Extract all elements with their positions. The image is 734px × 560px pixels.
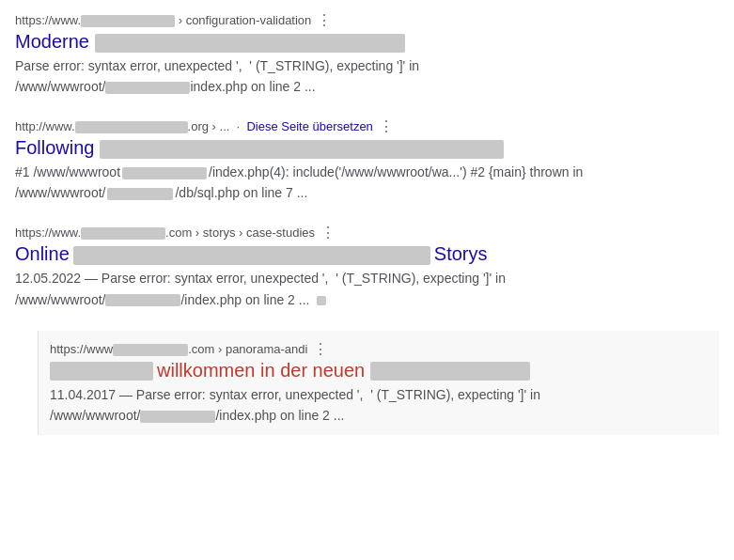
result-4-url: https://www.com › panorama-andi [50,342,307,356]
result-3-title-row: OnlineStorys [15,243,719,265]
result-2-title-text: Following [15,137,94,158]
result-2-snippet: #1 /www/wwwroot/index.php(4): include('/… [15,162,719,203]
more-options-icon-2[interactable]: ⋮ [379,117,395,135]
result-3-snippet: 12.05.2022 — Parse error: syntax error, … [15,268,719,309]
search-result-2: http://www..org › ... · Diese Seite über… [15,117,719,203]
result-1-snippet: Parse error: syntax error, unexpected ',… [15,55,719,97]
indented-block: https://www.com › panorama-andi ⋮ willko… [38,331,719,435]
result-3-url: https://www..com › storys › case-studies [15,226,315,240]
result-4-title-row: willkommen in der neuen [50,360,708,381]
result-2-title-row: Following [15,137,719,159]
result-1-url-row: https://www. › configuration-validation … [15,11,719,29]
search-result-1: https://www. › configuration-validation … [15,11,719,97]
result-2-url: http://www..org › ... · Diese Seite über… [15,119,373,133]
result-3-url-row: https://www..com › storys › case-studies… [15,224,719,241]
more-options-icon-1[interactable]: ⋮ [317,11,333,29]
result-4-title-colored: willkommen in der neuen [157,360,365,381]
result-2-title-link[interactable]: Following [15,137,504,159]
result-3-title-link[interactable]: OnlineStorys [15,243,488,265]
result-4-title-link[interactable]: willkommen in der neuen [50,360,530,381]
translate-link-2[interactable]: Diese Seite übersetzen [246,119,372,133]
result-1-url: https://www. › configuration-validation [15,13,311,27]
more-options-icon-4[interactable]: ⋮ [313,340,329,358]
result-4-url-row: https://www.com › panorama-andi ⋮ [50,340,708,358]
more-options-icon-3[interactable]: ⋮ [320,224,336,241]
result-1-title-link[interactable]: Moderne [15,31,405,53]
search-result-3: https://www..com › storys › case-studies… [15,224,719,309]
search-result-4: https://www.com › panorama-andi ⋮ willko… [50,340,708,426]
result-1-title-row: Moderne [15,31,719,53]
result-2-url-row: http://www..org › ... · Diese Seite über… [15,117,719,135]
result-4-snippet: 11.04.2017 — Parse error: syntax error, … [50,384,708,426]
